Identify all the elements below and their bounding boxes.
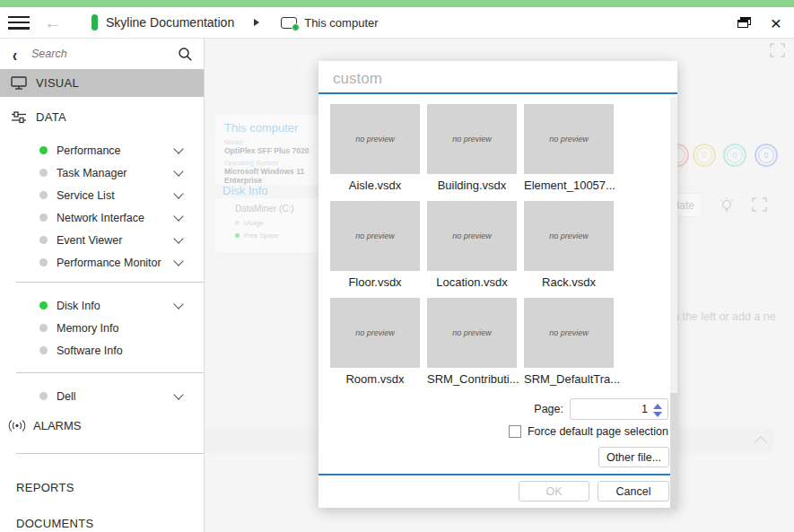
other-file-button[interactable]: Other file... bbox=[598, 447, 669, 467]
file-tile-location[interactable]: no preview Location.vsdx bbox=[427, 201, 517, 289]
titlebar: ← Skyline Documentation This computer × bbox=[0, 7, 794, 39]
search-input[interactable] bbox=[31, 48, 178, 60]
stepper-down-icon[interactable] bbox=[653, 412, 662, 417]
breadcrumb-arrow-icon bbox=[254, 19, 259, 26]
app-accent-strip bbox=[0, 0, 794, 7]
ok-button[interactable]: OK bbox=[519, 481, 589, 501]
chevron-down-icon[interactable] bbox=[173, 166, 183, 176]
file-tile-aisle[interactable]: no preview Aisle.vsdx bbox=[330, 104, 420, 192]
sidebar-item-service-list[interactable]: Service List bbox=[0, 184, 204, 206]
status-dot bbox=[39, 214, 48, 222]
sidebar-divider bbox=[16, 372, 204, 373]
file-thumbnail[interactable]: no preview bbox=[524, 201, 614, 271]
back-arrow-icon[interactable]: ← bbox=[44, 13, 62, 31]
sidebar-divider bbox=[16, 453, 204, 454]
hamburger-menu-icon[interactable] bbox=[8, 16, 30, 30]
stepper-up-icon[interactable] bbox=[653, 404, 662, 409]
file-thumbnail[interactable]: no preview bbox=[427, 104, 517, 174]
dialog-footer-rule bbox=[318, 474, 677, 475]
file-thumbnail[interactable]: no preview bbox=[524, 298, 614, 368]
file-tile-srm-contributing[interactable]: no preview SRM_Contributi... bbox=[427, 298, 517, 386]
file-tile-room[interactable]: no preview Room.vsdx bbox=[330, 298, 420, 386]
app-status-indicator bbox=[92, 14, 98, 31]
sidebar-item-data[interactable]: DATA bbox=[0, 103, 204, 131]
sidebar: ‹ VISUAL DATA Performance Task Manager bbox=[0, 39, 205, 532]
sidebar-item-performance[interactable]: Performance bbox=[0, 139, 204, 161]
sidebar-item-visual[interactable]: VISUAL bbox=[0, 69, 204, 97]
app-title[interactable]: Skyline Documentation bbox=[106, 15, 234, 30]
file-tile-building[interactable]: no preview Building.vsdx bbox=[427, 104, 517, 192]
sidebar-item-disk-info[interactable]: Disk Info bbox=[0, 294, 204, 317]
sidebar-item-label: VISUAL bbox=[36, 76, 79, 90]
status-dot bbox=[39, 346, 48, 354]
context-title[interactable]: This computer bbox=[304, 16, 378, 30]
file-thumbnail[interactable]: no preview bbox=[330, 104, 420, 174]
sidebar-item-performance-monitor[interactable]: Performance Monitor bbox=[0, 251, 204, 274]
close-window-icon[interactable]: × bbox=[771, 13, 781, 32]
status-dot bbox=[39, 191, 48, 199]
file-tile-srm-default[interactable]: no preview SRM_DefaultTra... bbox=[524, 298, 614, 386]
collapse-sidebar-icon[interactable]: ‹ bbox=[13, 43, 17, 65]
file-thumbnail[interactable]: no preview bbox=[427, 201, 517, 271]
dialog-title-input[interactable]: custom bbox=[333, 70, 382, 88]
sidebar-item-documents[interactable]: DOCUMENTS bbox=[0, 511, 204, 532]
status-dot bbox=[39, 392, 48, 400]
restore-window-icon[interactable] bbox=[737, 17, 751, 28]
page-label: Page: bbox=[534, 403, 563, 415]
chevron-down-icon[interactable] bbox=[173, 256, 183, 266]
force-default-label: Force default page selection bbox=[528, 425, 668, 438]
status-dot bbox=[39, 236, 48, 244]
file-thumbnail[interactable]: no preview bbox=[427, 298, 517, 368]
file-tile-rack[interactable]: no preview Rack.vsdx bbox=[524, 201, 614, 289]
sidebar-item-reports[interactable]: REPORTS bbox=[0, 475, 204, 499]
file-tile-floor[interactable]: no preview Floor.vsdx bbox=[330, 201, 420, 289]
alarms-broadcast-icon bbox=[7, 419, 27, 432]
file-thumbnail[interactable]: no preview bbox=[330, 201, 420, 271]
status-dot bbox=[39, 169, 48, 177]
computer-icon bbox=[281, 17, 297, 29]
sidebar-item-software-info[interactable]: Software Info bbox=[0, 339, 204, 362]
sidebar-item-label: DATA bbox=[36, 110, 66, 124]
sidebar-item-dell[interactable]: Dell bbox=[0, 385, 204, 407]
status-dot bbox=[39, 301, 48, 310]
sidebar-divider bbox=[16, 282, 204, 283]
file-thumbnail[interactable]: no preview bbox=[330, 298, 420, 368]
force-default-checkbox[interactable] bbox=[509, 425, 521, 438]
visio-file-picker-dialog: custom no preview Aisle.vsdx no preview … bbox=[318, 61, 677, 508]
page-selector-row: Page: bbox=[318, 398, 668, 420]
dialog-scrollbar-thumb[interactable] bbox=[670, 393, 677, 510]
chevron-down-icon[interactable] bbox=[173, 299, 183, 309]
chevron-down-icon[interactable] bbox=[173, 144, 183, 153]
chevron-down-icon[interactable] bbox=[173, 233, 183, 243]
page-number-input[interactable] bbox=[570, 398, 668, 420]
status-dot bbox=[39, 146, 48, 154]
sidebar-search-row: ‹ bbox=[0, 39, 204, 69]
search-icon[interactable] bbox=[178, 47, 193, 62]
file-thumbnail[interactable]: no preview bbox=[524, 104, 614, 174]
force-default-row: Force default page selection bbox=[318, 425, 668, 438]
page-number-field[interactable] bbox=[572, 400, 648, 418]
dialog-scrollbar-track[interactable] bbox=[670, 97, 677, 474]
file-tile-element[interactable]: no preview Element_10057... bbox=[524, 104, 614, 192]
cancel-button[interactable]: Cancel bbox=[598, 481, 669, 501]
sidebar-item-network-interface[interactable]: Network Interface bbox=[0, 206, 204, 229]
sliders-icon bbox=[11, 110, 27, 124]
sidebar-item-memory-info[interactable]: Memory Info bbox=[0, 317, 204, 339]
sidebar-item-task-manager[interactable]: Task Manager bbox=[0, 161, 204, 184]
dialog-title-underline bbox=[318, 92, 677, 94]
sidebar-item-alarms[interactable]: ALARMS bbox=[0, 412, 204, 439]
chevron-down-icon[interactable] bbox=[173, 389, 183, 399]
monitor-icon bbox=[11, 76, 27, 90]
status-dot bbox=[39, 258, 48, 266]
status-dot bbox=[39, 324, 48, 332]
chevron-down-icon[interactable] bbox=[173, 211, 183, 221]
page-stepper[interactable] bbox=[653, 401, 664, 419]
sidebar-item-event-viewer[interactable]: Event Viewer bbox=[0, 229, 204, 251]
chevron-down-icon[interactable] bbox=[173, 188, 183, 198]
